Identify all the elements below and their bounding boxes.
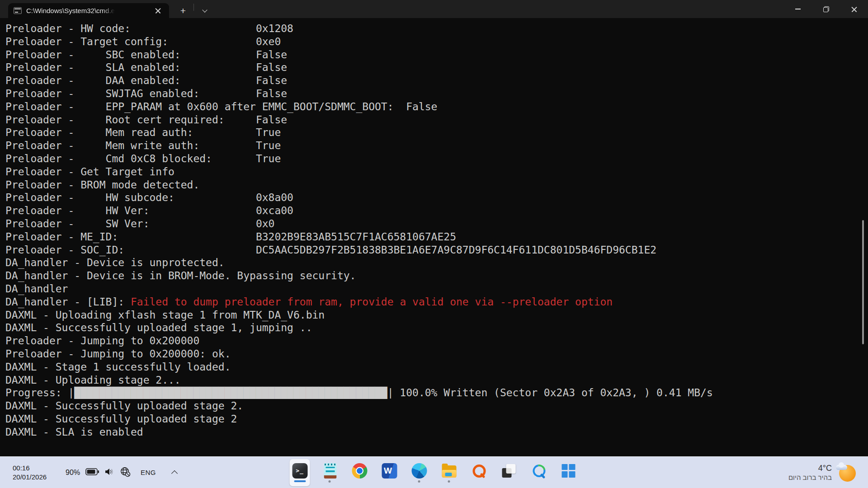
terminal-line: Preloader - Mem write auth: True (5, 139, 868, 152)
taskbar-left-tray: 00:16 20/01/2026 90% ENG (0, 457, 177, 488)
screen: C:\Windows\System32\cmd.e + Preloader - … (0, 0, 868, 488)
window-controls (784, 0, 868, 18)
close-icon (851, 6, 857, 12)
word-icon: W (382, 463, 397, 479)
terminal-line: Preloader - ME_ID: B3202B9E83AB515C7F1AC… (5, 230, 868, 244)
minimize-button[interactable] (784, 0, 812, 18)
terminal-line: DA_handler - [LIB]: Failed to dump prelo… (5, 296, 868, 309)
terminal-line: Preloader - Jumping to 0x200000: ok. (5, 347, 868, 361)
terminal-line: Preloader - Get Target info (5, 165, 868, 178)
volume-icon (104, 468, 114, 478)
terminal-line: Preloader - HW subcode: 0x8a00 (5, 191, 868, 204)
tab-close-icon[interactable] (152, 5, 164, 16)
terminal-line: DAXML - Uploading xflash stage 1 from MT… (5, 309, 868, 322)
orange-magnifier-icon (471, 463, 486, 479)
running-app-dot (418, 480, 420, 483)
moon-cloud-icon (835, 462, 856, 483)
taskbar-notepad-button[interactable] (320, 459, 340, 486)
windows-start-icon (561, 463, 576, 479)
taskbar-terminal-button[interactable]: >_ (290, 459, 310, 486)
weather-text: 4°C בהיר ברוב היום (788, 464, 832, 481)
file-explorer-icon (441, 463, 457, 479)
tab-title: C:\Windows\System32\cmd.e (26, 7, 115, 14)
terminal-line: DAXML - Successfully uploaded stage 2 (5, 413, 868, 426)
taskbar-start-button[interactable] (558, 459, 579, 486)
terminal-line: Preloader - Mem read auth: True (5, 126, 868, 139)
terminal-line: Preloader - HW Ver: 0xca00 (5, 204, 868, 217)
taskbar-search-blue-button[interactable] (528, 459, 549, 486)
clock-time: 00:16 (13, 464, 47, 473)
taskbar-snip-button[interactable] (499, 459, 519, 486)
terminal-line: DA_handler - Device is in BROM-Mode. Byp… (5, 269, 868, 282)
close-window-button[interactable] (840, 0, 868, 18)
chrome-icon (352, 463, 367, 479)
weather-temperature: 4°C (818, 464, 832, 473)
terminal-line: DAXML - Successfully uploaded stage 1, j… (5, 321, 868, 334)
terminal-line: Preloader - Target config: 0xe0 (5, 35, 868, 48)
terminal-line: DA_handler (5, 282, 868, 296)
language-indicator[interactable]: ENG (141, 469, 156, 476)
weather-widget[interactable]: 4°C בהיר ברוב היום (788, 457, 856, 488)
new-tab-button[interactable]: + (176, 3, 190, 18)
taskbar-chrome-button[interactable] (349, 459, 370, 486)
system-tray[interactable]: 90% ENG (66, 466, 177, 479)
taskbar-search-orange-button[interactable] (469, 459, 489, 486)
taskbar-file-explorer-button[interactable] (439, 459, 459, 486)
running-app-dot (329, 480, 331, 483)
terminal-line: DAXML - Stage 1 successfully loaded. (5, 361, 868, 374)
battery-percent: 90% (66, 469, 80, 477)
active-app-indicator (294, 480, 306, 482)
chevron-down-icon (202, 7, 207, 12)
restore-button[interactable] (812, 0, 840, 18)
weather-condition: בהיר ברוב היום (788, 474, 832, 481)
blue-magnifier-icon (531, 463, 546, 479)
terminal-tab[interactable]: C:\Windows\System32\cmd.e (8, 3, 169, 18)
terminal-line: DAXML - Successfully uploaded stage 2. (5, 399, 868, 413)
terminal-line: Preloader - SOC_ID: DC5AAC5DB297F2B51838… (5, 244, 868, 257)
minimize-icon (795, 9, 801, 9)
taskbar-edge-button[interactable] (409, 459, 429, 486)
terminal-line: Preloader - BROM mode detected. (5, 178, 868, 192)
terminal-line: DAXML - Uploading stage 2... (5, 374, 868, 387)
close-icon (155, 8, 161, 14)
terminal-line: Preloader - Cmd 0xC8 blocked: True (5, 152, 868, 165)
clock[interactable]: 00:16 20/01/2026 (13, 464, 47, 482)
terminal-line: Preloader - SLA enabled: False (5, 61, 868, 74)
terminal-line: Preloader - Jumping to 0x200000 (5, 334, 868, 347)
tab-dropdown-button[interactable] (198, 3, 212, 18)
battery-icon (85, 468, 99, 477)
terminal-lines: Preloader - HW code: 0x1208Preloader - T… (5, 22, 868, 439)
clock-date: 20/01/2026 (13, 473, 47, 482)
no-internet-globe-icon (120, 466, 131, 479)
terminal-line: Preloader - SWJTAG enabled: False (5, 87, 868, 100)
restore-icon (823, 6, 829, 12)
taskbar: 00:16 20/01/2026 90% ENG >_W (0, 456, 868, 488)
terminal-output[interactable]: Preloader - HW code: 0x1208Preloader - T… (0, 18, 868, 456)
terminal-line: DA_handler - Device is unprotected. (5, 256, 868, 269)
terminal-titlebar: C:\Windows\System32\cmd.e + (0, 0, 868, 18)
taskbar-word-button[interactable]: W (379, 459, 400, 486)
titlebar-divider (193, 4, 194, 11)
terminal-line: Preloader - SBC enabled: False (5, 48, 868, 61)
taskbar-apps: >_W (290, 457, 579, 488)
edge-icon (411, 463, 427, 479)
chevron-up-icon[interactable] (171, 470, 178, 477)
notepad-icon (324, 463, 337, 479)
scrollbar[interactable] (862, 220, 864, 344)
terminal-line: Preloader - SW Ver: 0x0 (5, 217, 868, 230)
cmd-icon (14, 7, 22, 14)
overlapping-squares-icon (501, 463, 516, 479)
terminal-icon: >_ (292, 463, 307, 479)
terminal-line: Preloader - HW code: 0x1208 (5, 22, 868, 35)
terminal-line: Preloader - EPP_PARAM at 0x600 after EMM… (5, 100, 868, 113)
terminal-line: Progress: |█████████████████████████████… (5, 386, 868, 399)
terminal-line: DAXML - SLA is enabled (5, 426, 868, 439)
terminal-line: Preloader - DAA enabled: False (5, 74, 868, 87)
terminal-line: Preloader - Root cert required: False (5, 113, 868, 127)
running-app-dot (448, 480, 450, 483)
